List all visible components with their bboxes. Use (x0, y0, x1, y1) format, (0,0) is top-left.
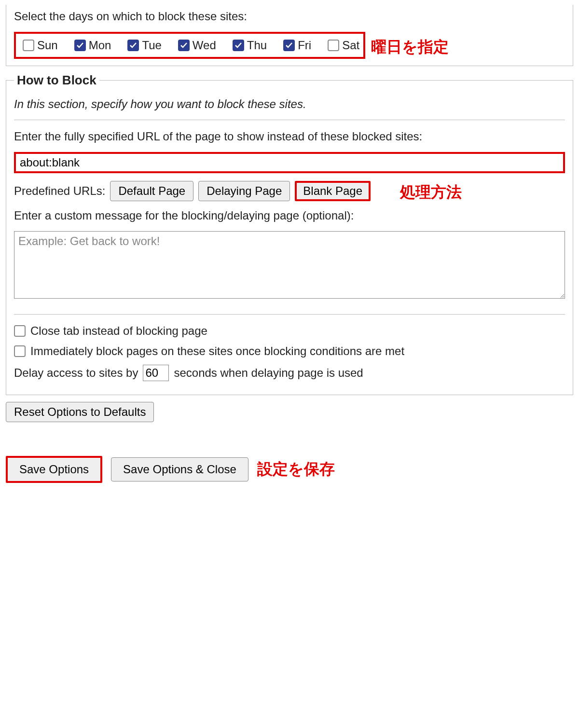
checkbox-icon (14, 325, 26, 337)
how-to-block-intro: In this section, specify how you want to… (14, 97, 565, 111)
delay-seconds-input[interactable] (143, 365, 169, 381)
day-wed[interactable]: Wed (178, 39, 216, 52)
day-label: Sat (342, 39, 359, 52)
when-to-block-fieldset: Select the days on which to block these … (6, 5, 573, 66)
predefined-urls-label: Predefined URLs: (14, 184, 105, 198)
immediate-block-option[interactable]: Immediately block pages on these sites o… (14, 344, 565, 358)
custom-message-textarea[interactable] (14, 231, 565, 299)
checkbox-checked-icon (127, 40, 139, 51)
url-prompt: Enter the fully specified URL of the pag… (14, 130, 565, 143)
days-checkbox-row: Sun Mon Tue Wed Thu Fri (14, 32, 365, 59)
day-label: Thu (247, 39, 267, 52)
day-sat[interactable]: Sat (328, 39, 359, 52)
close-tab-option[interactable]: Close tab instead of blocking page (14, 324, 565, 338)
checkbox-checked-icon (233, 40, 244, 51)
checkbox-icon (23, 40, 34, 51)
day-thu[interactable]: Thu (233, 39, 267, 52)
day-label: Mon (89, 39, 111, 52)
day-sun[interactable]: Sun (23, 39, 58, 52)
annotation-save: 設定を保存 (257, 459, 335, 480)
blank-page-button[interactable]: Blank Page (295, 181, 371, 201)
checkbox-checked-icon (283, 40, 295, 51)
divider (14, 120, 565, 120)
delay-suffix-label: seconds when delaying page is used (174, 366, 363, 380)
block-url-input[interactable] (14, 152, 565, 173)
close-tab-label: Close tab instead of blocking page (30, 324, 207, 338)
immediate-block-label: Immediately block pages on these sites o… (30, 344, 404, 358)
checkbox-checked-icon (178, 40, 190, 51)
checkbox-checked-icon (74, 40, 86, 51)
how-to-block-legend: How to Block (14, 73, 99, 88)
day-label: Sun (37, 39, 58, 52)
annotation-days: 曜日を指定 (371, 37, 449, 58)
reset-options-button[interactable]: Reset Options to Defaults (6, 402, 154, 422)
save-options-button[interactable]: Save Options (6, 456, 102, 483)
annotation-method: 処理方法 (400, 182, 462, 203)
checkbox-icon (14, 345, 26, 357)
day-tue[interactable]: Tue (127, 39, 161, 52)
how-to-block-fieldset: How to Block In this section, specify ho… (6, 73, 573, 395)
divider (14, 314, 565, 315)
day-label: Tue (142, 39, 161, 52)
day-fri[interactable]: Fri (283, 39, 311, 52)
checkbox-icon (328, 40, 339, 51)
save-options-close-button[interactable]: Save Options & Close (111, 457, 248, 481)
default-page-button[interactable]: Default Page (110, 181, 193, 201)
day-label: Fri (298, 39, 311, 52)
days-prompt: Select the days on which to block these … (14, 10, 565, 23)
delaying-page-button[interactable]: Delaying Page (198, 181, 290, 201)
delay-prefix-label: Delay access to sites by (14, 366, 138, 380)
day-label: Wed (193, 39, 216, 52)
custom-message-prompt: Enter a custom message for the blocking/… (14, 209, 565, 222)
day-mon[interactable]: Mon (74, 39, 111, 52)
